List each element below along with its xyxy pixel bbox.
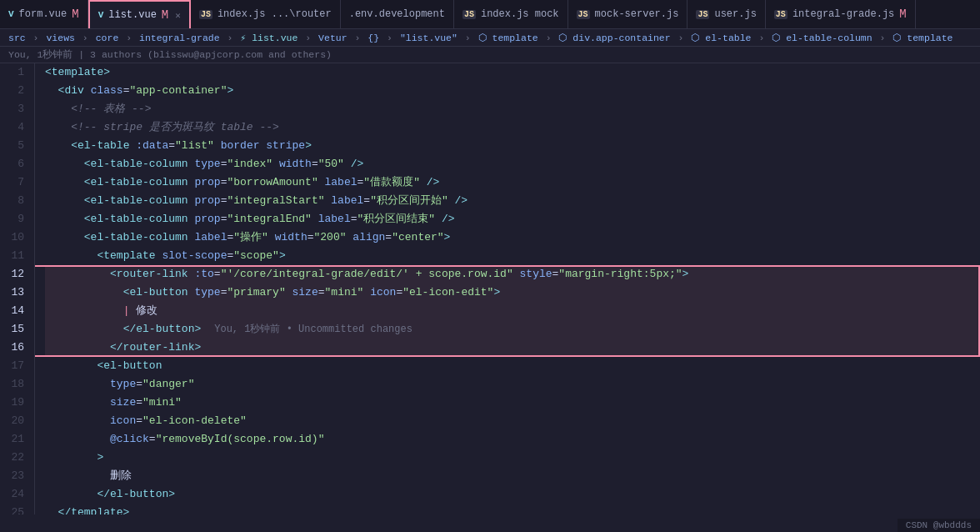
code-line: <!-- 表格 -->	[45, 100, 980, 118]
code-line: <el-table-column prop="borrowAmount" lab…	[45, 173, 980, 192]
code-line: <template>	[45, 63, 980, 82]
code-line: </el-button>You, 1秒钟前 • Uncommitted chan…	[45, 320, 980, 339]
tab-bar: V form.vue M V list.vue M ✕ JS index.js …	[0, 0, 980, 29]
js-icon: JS	[462, 10, 476, 19]
code-line: @click="removeById(scope.row.id)"	[45, 430, 980, 449]
code-line: <template slot-scope="scope">	[45, 247, 980, 265]
tab-label: integral-grade.js	[792, 8, 894, 20]
code-line: >	[45, 449, 980, 467]
tab-close-icon[interactable]: ✕	[175, 10, 181, 21]
code-line: <el-table-column prop="integralStart" la…	[45, 192, 980, 210]
js-icon: JS	[199, 10, 212, 19]
git-info-bar: You, 1秒钟前 | 3 authors (blisswu@apjcorp.c…	[0, 47, 980, 63]
tab-form-vue[interactable]: V form.vue M	[0, 0, 88, 28]
code-line: size="mini"	[45, 394, 980, 412]
code-line: <el-table-column label="操作" width="200" …	[45, 228, 980, 247]
git-blame-info: You, 1秒钟前 | 3 authors (blisswu@apjcorp.c…	[8, 49, 332, 60]
tab-index-router[interactable]: JS index.js ...\router	[191, 0, 341, 28]
code-line: <router-link :to="'/core/integral-grade/…	[45, 265, 980, 284]
code-line: <el-table-column prop="integralEnd" labe…	[45, 210, 980, 228]
code-content[interactable]: <template> <div class="app-container"> <…	[35, 63, 980, 514]
code-line: <div class="app-container">	[45, 82, 980, 100]
tab-label: mock-server.js	[595, 8, 679, 20]
tab-label: .env.development	[349, 8, 445, 20]
line-numbers: 12345 678910 1112131415 1617181920 21222…	[0, 63, 35, 514]
tab-integral-grade[interactable]: JS integral-grade.js M	[766, 0, 916, 28]
code-line: <el-table-column type="index" width="50"…	[45, 155, 980, 173]
code-line: </el-button>	[45, 485, 980, 504]
code-line: type="danger"	[45, 375, 980, 394]
modified-indicator: M	[899, 8, 906, 20]
tab-label: list.vue	[108, 9, 157, 21]
code-editor[interactable]: 12345 678910 1112131415 1617181920 21222…	[0, 63, 980, 514]
tab-label: index.js ...\router	[218, 8, 332, 20]
git-blame-text: You, 1秒钟前 • Uncommitted changes	[214, 320, 412, 339]
tab-label: form.vue	[19, 8, 68, 20]
code-line: <!-- stripe 是否为斑马纹 table -->	[45, 118, 980, 137]
vue-icon: V	[8, 9, 14, 19]
code-line: </template>	[45, 504, 980, 514]
tab-mock-server[interactable]: JS mock-server.js	[568, 0, 688, 28]
vue-icon: V	[98, 10, 104, 20]
code-line: <el-button type="primary" size="mini" ic…	[45, 284, 980, 302]
tab-index-mock[interactable]: JS index.js mock	[454, 0, 568, 28]
breadcrumb: src › views › core › integral-grade › ⚡ …	[0, 29, 980, 47]
tab-list-vue[interactable]: V list.vue M ✕	[88, 0, 191, 28]
modified-indicator: M	[72, 8, 78, 20]
tab-env-dev[interactable]: .env.development	[341, 0, 454, 28]
js-icon: JS	[774, 10, 788, 19]
code-line: <el-table :data="list" border stripe>	[45, 137, 980, 155]
code-line: 删除	[45, 467, 980, 485]
code-line: <el-button	[45, 357, 980, 375]
modified-indicator: M	[162, 9, 168, 21]
tab-user-js[interactable]: JS user.js	[688, 0, 765, 28]
js-icon: JS	[577, 10, 590, 19]
js-icon: JS	[696, 10, 709, 19]
code-line: | 修改	[45, 302, 980, 320]
tab-label: index.js mock	[481, 8, 559, 20]
tab-label: user.js	[714, 8, 756, 20]
code-line: </router-link>	[45, 339, 980, 357]
code-line: icon="el-icon-delete"	[45, 412, 980, 430]
